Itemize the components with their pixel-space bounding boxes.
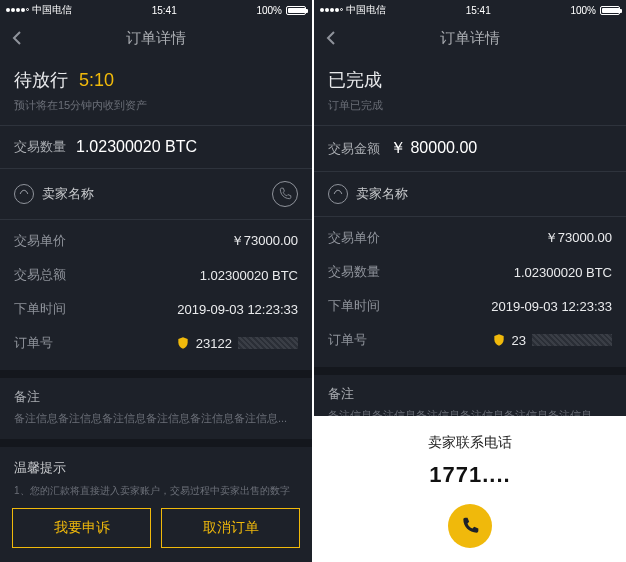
sheet-title: 卖家联系电话 [314, 434, 626, 452]
seller-section: 卖家名称 [314, 172, 626, 217]
amount-section: 交易金额 ￥ 80000.00 [314, 126, 626, 172]
chevron-left-icon [10, 30, 26, 46]
status-section: 已完成 订单已完成 [314, 56, 626, 126]
back-button[interactable] [10, 30, 26, 46]
status-label: 待放行 [14, 70, 68, 90]
remark-title: 备注 [314, 375, 626, 407]
page-title: 订单详情 [440, 29, 500, 48]
details-rows: 交易单价￥73000.00 交易总额1.02300020 BTC 下单时间201… [0, 220, 312, 370]
row-total: 交易总额1.02300020 BTC [0, 258, 312, 292]
phone-icon [460, 516, 480, 536]
row-orderno: 订单号 23 [314, 323, 626, 357]
shield-icon [492, 333, 506, 347]
row-price: 交易单价￥73000.00 [0, 224, 312, 258]
orderno-value: 23122 [196, 336, 232, 351]
signal-dots-icon [6, 8, 29, 12]
navbar: 订单详情 [314, 20, 626, 56]
battery-percent: 100% [570, 5, 596, 16]
clock-label: 15:41 [152, 5, 177, 16]
amount-section: 交易数量 1.02300020 BTC [0, 126, 312, 169]
battery-icon [600, 6, 620, 15]
shield-icon [176, 336, 190, 350]
order-detail-left: 中国电信 15:41 100% 订单详情 待放行 5:10 预计将在15分钟内收… [0, 0, 312, 562]
amount-value: 1.02300020 BTC [76, 138, 197, 156]
navbar: 订单详情 [0, 20, 312, 56]
status-hint: 预计将在15分钟内收到资产 [14, 98, 298, 113]
status-section: 待放行 5:10 预计将在15分钟内收到资产 [0, 56, 312, 126]
page-title: 订单详情 [126, 29, 186, 48]
appeal-button[interactable]: 我要申诉 [12, 508, 151, 548]
signal-dots-icon [320, 8, 343, 12]
back-button[interactable] [324, 30, 340, 46]
redacted-block [238, 337, 298, 349]
seller-name: 卖家名称 [42, 185, 94, 203]
phone-icon [278, 187, 292, 201]
redacted-block [532, 334, 612, 346]
status-bar: 中国电信 15:41 100% [314, 0, 626, 20]
order-detail-right: 中国电信 15:41 100% 订单详情 已完成 订单已完成 交易金额 ￥ 80… [314, 0, 626, 562]
sheet-phone-number: 1771.... [314, 462, 626, 488]
bottom-actions: 我要申诉 取消订单 [0, 498, 312, 562]
row-qty: 交易数量1.02300020 BTC [314, 255, 626, 289]
clock-label: 15:41 [466, 5, 491, 16]
status-bar: 中国电信 15:41 100% [0, 0, 312, 20]
row-time: 下单时间2019-09-03 12:23:33 [314, 289, 626, 323]
user-icon [14, 184, 34, 204]
amount-label: 交易金额 [328, 140, 380, 158]
contact-sheet: 卖家联系电话 1771.... [314, 416, 626, 562]
row-orderno: 订单号 23122 [0, 326, 312, 360]
details-rows: 交易单价￥73000.00 交易数量1.02300020 BTC 下单时间201… [314, 217, 626, 367]
orderno-value: 23 [512, 333, 526, 348]
status-label: 已完成 [328, 70, 382, 90]
chevron-left-icon [324, 30, 340, 46]
cancel-order-button[interactable]: 取消订单 [161, 508, 300, 548]
user-icon [328, 184, 348, 204]
tips-title: 温馨提示 [0, 447, 312, 483]
carrier-label: 中国电信 [346, 3, 386, 17]
row-price: 交易单价￥73000.00 [314, 221, 626, 255]
countdown-timer: 5:10 [79, 70, 114, 90]
seller-name: 卖家名称 [356, 185, 408, 203]
amount-label: 交易数量 [14, 138, 66, 156]
battery-icon [286, 6, 306, 15]
battery-percent: 100% [256, 5, 282, 16]
seller-section: 卖家名称 [0, 169, 312, 220]
amount-value: ￥ 80000.00 [390, 138, 477, 159]
call-button[interactable] [448, 504, 492, 548]
remark-title: 备注 [0, 378, 312, 410]
carrier-label: 中国电信 [32, 3, 72, 17]
status-hint: 订单已完成 [328, 98, 612, 113]
call-seller-button[interactable] [272, 181, 298, 207]
remark-text: 备注信息备注信息备注信息备注信息备注信息备注信息... [0, 410, 312, 439]
row-time: 下单时间2019-09-03 12:23:33 [0, 292, 312, 326]
